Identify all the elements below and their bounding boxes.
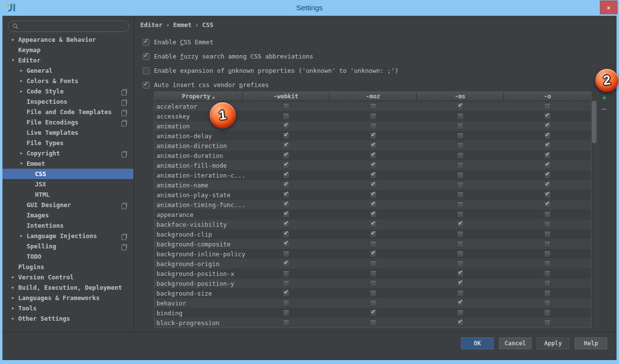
moz-checkbox[interactable] xyxy=(370,310,376,316)
sidebar-item-gui-designer[interactable]: GUI Designer xyxy=(2,200,133,210)
o-checkbox[interactable] xyxy=(544,133,551,139)
moz-checkbox[interactable] xyxy=(370,280,376,287)
help-button[interactable]: Help xyxy=(575,337,607,349)
ms-checkbox[interactable] xyxy=(457,300,464,306)
webkit-checkbox[interactable] xyxy=(283,310,289,316)
cancel-button[interactable]: Cancel xyxy=(499,337,531,349)
webkit-checkbox[interactable] xyxy=(283,320,289,326)
o-checkbox[interactable] xyxy=(544,261,551,267)
moz-checkbox[interactable] xyxy=(370,212,376,218)
option-checkbox[interactable] xyxy=(143,53,150,60)
sidebar-item-file-and-code-templates[interactable]: File and Code Templates xyxy=(2,107,133,117)
moz-checkbox[interactable] xyxy=(370,113,376,120)
webkit-checkbox[interactable] xyxy=(283,202,289,208)
table-row-background-clip[interactable]: background-clip xyxy=(155,229,591,239)
webkit-checkbox[interactable] xyxy=(283,231,289,238)
o-checkbox[interactable] xyxy=(544,271,551,277)
o-checkbox[interactable] xyxy=(544,231,551,238)
o-checkbox[interactable] xyxy=(544,241,551,247)
sidebar-item-tools[interactable]: ▶Tools xyxy=(2,303,133,313)
close-button[interactable]: ✕ xyxy=(600,0,618,14)
moz-checkbox[interactable] xyxy=(370,143,376,149)
ms-checkbox[interactable] xyxy=(457,212,464,218)
moz-checkbox[interactable] xyxy=(370,162,376,169)
sidebar-item-other-settings[interactable]: ▶Other Settings xyxy=(2,313,133,324)
webkit-checkbox[interactable] xyxy=(283,123,289,129)
moz-checkbox[interactable] xyxy=(370,152,376,159)
ms-checkbox[interactable] xyxy=(457,103,464,110)
sidebar-item-code-style[interactable]: ▶Code Style xyxy=(2,86,133,96)
ms-checkbox[interactable] xyxy=(457,241,464,247)
sidebar-item-keymap[interactable]: Keymap xyxy=(2,45,133,55)
webkit-checkbox[interactable] xyxy=(283,113,289,120)
webkit-checkbox[interactable] xyxy=(283,172,289,179)
column-header-o[interactable]: -o xyxy=(504,92,591,101)
ms-checkbox[interactable] xyxy=(457,221,464,228)
sidebar-item-emmet[interactable]: ▼Emmet xyxy=(2,158,133,169)
moz-checkbox[interactable] xyxy=(370,172,376,179)
breadcrumb-part-editor[interactable]: Editor xyxy=(140,21,162,29)
o-checkbox[interactable] xyxy=(544,172,551,179)
moz-checkbox[interactable] xyxy=(370,192,376,198)
column-header-moz[interactable]: -moz xyxy=(330,92,417,101)
table-row-background-origin[interactable]: background-origin xyxy=(155,259,591,269)
ms-checkbox[interactable] xyxy=(457,123,464,129)
column-header-property[interactable]: Property▲ xyxy=(155,92,243,101)
sidebar-item-css[interactable]: CSS xyxy=(2,169,133,179)
o-checkbox[interactable] xyxy=(544,113,551,120)
webkit-checkbox[interactable] xyxy=(283,271,289,277)
o-checkbox[interactable] xyxy=(544,300,551,306)
breadcrumb-part-emmet[interactable]: Emmet xyxy=(173,21,192,29)
sidebar-item-images[interactable]: Images xyxy=(2,210,133,220)
sidebar-item-file-encodings[interactable]: File Encodings xyxy=(2,117,133,127)
moz-checkbox[interactable] xyxy=(370,271,376,277)
webkit-checkbox[interactable] xyxy=(283,261,289,267)
ms-checkbox[interactable] xyxy=(457,113,464,120)
sidebar-item-editor[interactable]: ▼Editor xyxy=(2,55,133,65)
ms-checkbox[interactable] xyxy=(457,251,464,257)
sidebar-item-live-templates[interactable]: Live Templates xyxy=(2,127,133,138)
table-row-background-inline-policy[interactable]: background-inline-policy xyxy=(155,249,591,259)
o-checkbox[interactable] xyxy=(544,290,551,297)
moz-checkbox[interactable] xyxy=(370,261,376,267)
webkit-checkbox[interactable] xyxy=(283,251,289,257)
o-checkbox[interactable] xyxy=(544,192,551,198)
ms-checkbox[interactable] xyxy=(457,133,464,139)
moz-checkbox[interactable] xyxy=(370,231,376,238)
webkit-checkbox[interactable] xyxy=(283,280,289,287)
table-row-background-position-y[interactable]: background-position-y xyxy=(155,278,591,288)
moz-checkbox[interactable] xyxy=(370,251,376,257)
moz-checkbox[interactable] xyxy=(370,202,376,208)
ms-checkbox[interactable] xyxy=(457,162,464,169)
sidebar-item-inspections[interactable]: Inspections xyxy=(2,96,133,107)
o-checkbox[interactable] xyxy=(544,251,551,257)
webkit-checkbox[interactable] xyxy=(283,241,289,247)
ms-checkbox[interactable] xyxy=(457,290,464,297)
webkit-checkbox[interactable] xyxy=(283,133,289,139)
moz-checkbox[interactable] xyxy=(370,182,376,188)
webkit-checkbox[interactable] xyxy=(283,103,289,110)
ms-checkbox[interactable] xyxy=(457,310,464,316)
breadcrumb-part-css[interactable]: CSS xyxy=(202,21,214,29)
sidebar-item-copyright[interactable]: ▶Copyright xyxy=(2,148,133,158)
moz-checkbox[interactable] xyxy=(370,133,376,139)
moz-checkbox[interactable] xyxy=(370,320,376,326)
sidebar-item-todo[interactable]: TODO xyxy=(2,251,133,262)
ms-checkbox[interactable] xyxy=(457,261,464,267)
sidebar-item-appearance-behavior[interactable]: ▶Appearance & Behavior xyxy=(2,34,133,45)
sidebar-item-intentions[interactable]: Intentions xyxy=(2,220,133,231)
o-checkbox[interactable] xyxy=(544,320,551,326)
webkit-checkbox[interactable] xyxy=(283,182,289,188)
sidebar-item-languages-frameworks[interactable]: ▶Languages & Frameworks xyxy=(2,293,133,303)
moz-checkbox[interactable] xyxy=(370,241,376,247)
sidebar-item-version-control[interactable]: ▶Version Control xyxy=(2,272,133,282)
table-scrollbar-thumb[interactable] xyxy=(592,101,596,143)
table-row-binding[interactable]: binding xyxy=(155,308,591,318)
ms-checkbox[interactable] xyxy=(457,143,464,149)
option-checkbox[interactable] xyxy=(143,67,150,74)
sidebar-item-html[interactable]: HTML xyxy=(2,189,133,200)
webkit-checkbox[interactable] xyxy=(283,300,289,306)
webkit-checkbox[interactable] xyxy=(283,212,289,218)
sidebar-item-language-injections[interactable]: ▶Language Injections xyxy=(2,231,133,241)
table-row-background-position-x[interactable]: background-position-x xyxy=(155,269,591,278)
